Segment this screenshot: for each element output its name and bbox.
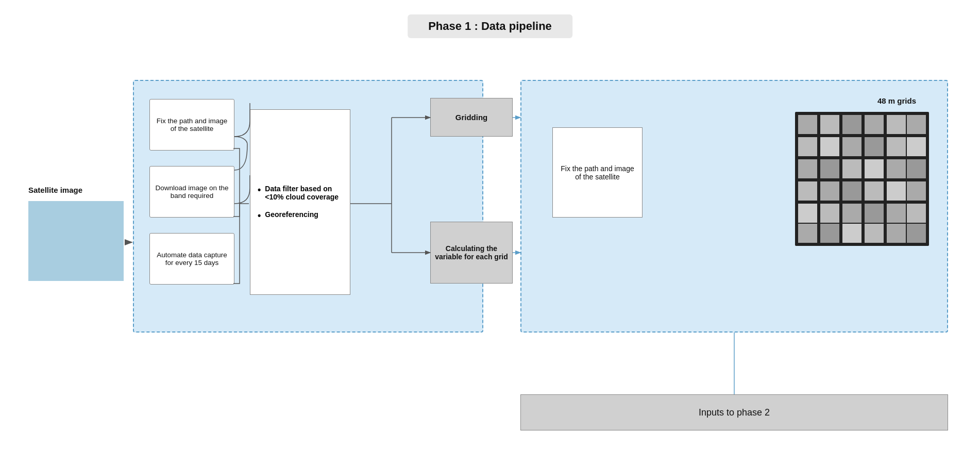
svg-rect-32	[820, 224, 839, 243]
svg-rect-21	[842, 181, 861, 201]
gridding-box: Gridding	[430, 98, 513, 137]
svg-rect-24	[907, 181, 926, 201]
fix-path-box-2: Fix the path and image of the satellite	[552, 127, 643, 218]
inputs-phase2-box: Inputs to phase 2	[520, 394, 948, 430]
svg-rect-30	[907, 204, 926, 223]
svg-rect-17	[887, 159, 906, 178]
svg-rect-28	[865, 204, 884, 223]
svg-rect-29	[887, 204, 906, 223]
automate-data-box: Automate data capture for every 15 days	[149, 233, 234, 285]
svg-rect-22	[865, 181, 884, 201]
svg-rect-36	[907, 224, 926, 243]
filter-bullet-1: • Data filter based on <10% cloud covera…	[258, 185, 343, 201]
svg-rect-23	[887, 181, 906, 201]
satellite-image	[28, 201, 124, 281]
svg-rect-12	[907, 137, 926, 156]
svg-rect-2	[820, 115, 839, 134]
svg-rect-3	[842, 115, 861, 134]
fix-path-box-1: Fix the path and image of the satellite	[149, 99, 234, 151]
svg-rect-27	[842, 204, 861, 223]
svg-rect-6	[907, 115, 926, 134]
svg-rect-31	[798, 224, 817, 243]
svg-rect-15	[842, 159, 861, 178]
svg-rect-10	[865, 137, 884, 156]
svg-rect-25	[798, 204, 817, 223]
svg-rect-7	[798, 137, 817, 156]
calculating-box: Calculating the variable for each grid	[430, 222, 513, 284]
svg-rect-34	[865, 224, 884, 243]
svg-rect-1	[798, 115, 817, 134]
svg-rect-26	[820, 204, 839, 223]
page-title: Phase 1 : Data pipeline	[428, 20, 552, 32]
svg-rect-18	[907, 159, 926, 178]
right-pipeline-box: Fix the path and image of the satellite …	[520, 80, 948, 333]
download-image-box: Download image on the band required	[149, 166, 234, 218]
svg-rect-20	[820, 181, 839, 201]
svg-rect-4	[865, 115, 884, 134]
svg-rect-35	[887, 224, 906, 243]
svg-rect-8	[820, 137, 839, 156]
svg-rect-19	[798, 181, 817, 201]
satellite-label: Satellite image	[28, 186, 82, 194]
svg-rect-11	[887, 137, 906, 156]
grid-visualization	[795, 112, 929, 246]
svg-rect-33	[842, 224, 861, 243]
svg-rect-13	[798, 159, 817, 178]
grid-svg	[795, 112, 929, 246]
svg-rect-5	[887, 115, 906, 134]
svg-rect-14	[820, 159, 839, 178]
svg-rect-16	[865, 159, 884, 178]
title-box: Phase 1 : Data pipeline	[408, 14, 572, 38]
grid-label: 48 m grids	[877, 96, 916, 105]
filter-content: • Data filter based on <10% cloud covera…	[250, 109, 350, 295]
filter-bullet-2: • Georeferencing	[258, 210, 343, 220]
svg-rect-9	[842, 137, 861, 156]
